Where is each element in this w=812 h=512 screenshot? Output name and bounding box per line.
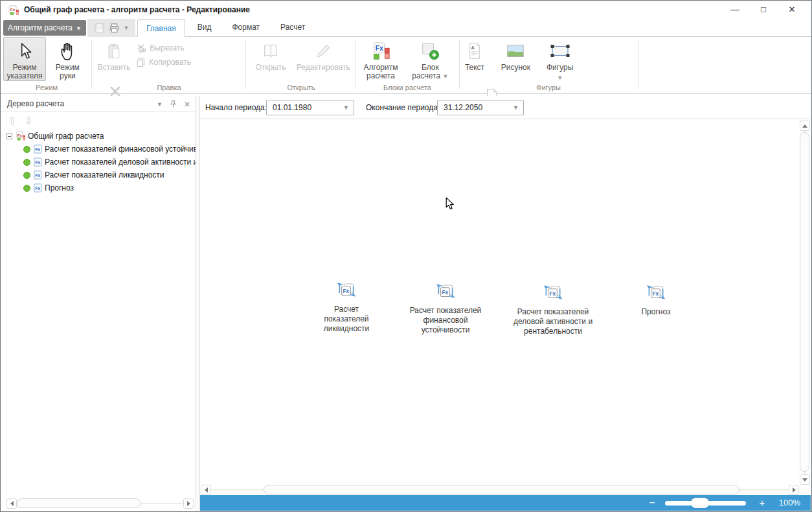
scroll-right-button[interactable]	[183, 498, 194, 509]
zoom-out-button[interactable]: −	[646, 495, 659, 511]
chevron-down-icon[interactable]: ▼	[442, 73, 448, 80]
chevron-down-icon[interactable]: ▼	[343, 100, 349, 115]
svg-text:Fx: Fx	[343, 288, 349, 294]
copy-button[interactable]: Копировать	[136, 56, 205, 67]
group-separator	[245, 40, 246, 89]
tab-home[interactable]: Главная	[137, 19, 185, 37]
panel-horizontal-scrollbar[interactable]	[6, 498, 194, 509]
zoom-slider-thumb[interactable]	[691, 498, 709, 508]
canvas-vertical-scrollbar[interactable]	[800, 121, 810, 485]
tab-format[interactable]: Формат	[223, 19, 268, 36]
picture-button[interactable]: Рисунок	[495, 37, 536, 77]
edit-button[interactable]: Редактировать	[294, 37, 352, 77]
node-label: Расчет показателей деловой активности и …	[508, 307, 598, 336]
scrollbar-thumb[interactable]	[264, 485, 739, 495]
algorithm-label: Алгоритм расчета	[357, 64, 404, 80]
status-dot-icon	[23, 146, 30, 153]
node-liquidity[interactable]: Fx Расчет показателей ликвидности	[314, 279, 379, 334]
node-label: Расчет показателей финансовой устойчивос…	[403, 306, 488, 335]
paste-label: Вставить	[98, 64, 131, 72]
text-button[interactable]: A Текст	[460, 37, 489, 77]
period-end-label: Окончание периода:	[366, 96, 440, 119]
algorithm-button[interactable]: Fx Алгоритм расчета	[357, 37, 405, 81]
tree-item[interactable]: Fx Расчет показателей ликвидности	[1, 169, 196, 181]
tree-item-label: Расчет показателей деловой активности и …	[45, 157, 196, 167]
scroll-left-button[interactable]	[6, 498, 17, 509]
canvas-horizontal-scrollbar[interactable]	[201, 485, 799, 495]
cut-button[interactable]: Вырезать	[136, 42, 205, 53]
panel-splitter[interactable]	[196, 96, 200, 511]
tree-item[interactable]: Fx Расчет показателей финансовой устойчи…	[1, 143, 196, 156]
svg-text:Fx: Fx	[652, 290, 659, 297]
panel-dropdown-icon[interactable]: ▼	[157, 101, 163, 108]
pointer-mode-button[interactable]: Режим указателя	[3, 37, 46, 81]
panel-close-icon[interactable]: ✕	[184, 100, 190, 109]
cut-label: Вырезать	[150, 43, 184, 52]
pin-icon[interactable]	[170, 100, 177, 108]
zoom-in-button[interactable]: +	[756, 495, 769, 511]
block-label: Блок расчета	[412, 63, 440, 80]
chevron-down-icon[interactable]: ▼	[513, 100, 519, 115]
scrollbar-thumb[interactable]	[17, 498, 141, 508]
group-separator	[459, 40, 460, 89]
scrollbar-thumb[interactable]	[800, 132, 809, 472]
algorithm-mini-icon: Fx	[16, 131, 26, 141]
node-business-activity[interactable]: Fx Расчет показателей деловой активности…	[508, 281, 598, 336]
period-start-value: 01.01.1980	[273, 103, 311, 112]
svg-text:A: A	[471, 45, 475, 51]
zoom-level: 100%	[779, 495, 800, 511]
tree-item[interactable]: Fx Прогноз	[1, 181, 196, 194]
calc-block-icon: Fx	[542, 281, 564, 303]
ribbon: Режим указателя Режим руки Режим Вставит…	[1, 37, 811, 94]
group-shapes: A Текст Рисунок	[460, 37, 637, 93]
hand-icon	[59, 40, 76, 62]
copy-icon	[136, 57, 146, 67]
close-button[interactable]: ✕	[778, 1, 806, 19]
period-start-label: Начало периода:	[205, 96, 267, 119]
period-start-field[interactable]: 01.01.1980 ▼	[266, 100, 354, 115]
period-end-field[interactable]: 31.12.2050 ▼	[437, 100, 524, 115]
panel-header: Дерево расчета ▼ ✕	[1, 96, 196, 112]
tree-item[interactable]: Fx Расчет показателей деловой активности…	[1, 156, 196, 169]
application-menu-button[interactable]: Алгоритм расчета▼	[3, 20, 86, 36]
scroll-up-button[interactable]	[800, 121, 810, 131]
move-up-button[interactable]: ⇧	[8, 116, 16, 126]
calculation-tree-panel: Дерево расчета ▼ ✕ ⇧ ⇩ Fx	[1, 96, 196, 511]
window-title: Общий граф расчета - алгоритм расчета - …	[24, 1, 250, 19]
picture-label: Рисунок	[501, 64, 530, 72]
algorithm-fx-icon: Fx	[371, 40, 390, 62]
minimize-button[interactable]: —	[721, 1, 749, 19]
group-open: Открыть Редактировать Открыть	[247, 37, 355, 93]
move-down-button[interactable]: ⇩	[24, 116, 32, 126]
node-financial-stability[interactable]: Fx Расчет показателей финансовой устойчи…	[403, 280, 488, 335]
save-icon[interactable]	[94, 23, 105, 34]
print-icon[interactable]	[109, 23, 120, 34]
ribbon-tab-row: Главная Вид Формат Расчет	[135, 19, 811, 37]
diagram-canvas[interactable]: Fx Расчет показателей ликвидности Fx Рас…	[200, 119, 799, 485]
open-button[interactable]: Открыть	[249, 37, 292, 77]
tab-view[interactable]: Вид	[189, 19, 220, 36]
collapse-icon[interactable]	[6, 134, 12, 139]
block-button[interactable]: Блок расчета ▼	[407, 37, 453, 82]
scroll-down-button[interactable]	[800, 474, 810, 485]
scroll-left-button[interactable]	[201, 485, 211, 495]
hand-mode-button[interactable]: Режим руки	[48, 37, 87, 81]
paste-button[interactable]: Вставить	[94, 37, 134, 77]
node-label: Расчет показателей ликвидности	[314, 305, 379, 334]
tab-calc[interactable]: Расчет	[272, 19, 313, 36]
tree-root-row[interactable]: Fx Общий граф расчета	[1, 130, 196, 143]
maximize-button[interactable]: □	[749, 1, 778, 19]
group-separator	[355, 40, 356, 89]
chevron-down-icon[interactable]: ▼	[557, 74, 563, 82]
calc-block-icon: Fx	[645, 281, 667, 303]
text-label: Текст	[465, 64, 484, 72]
period-end-value: 31.12.2050	[444, 103, 482, 112]
shapes-rectangle-icon	[549, 40, 571, 62]
node-forecast[interactable]: Fx Прогноз	[630, 281, 682, 317]
quick-access-dropdown-icon[interactable]: ▼	[124, 25, 130, 31]
shapes-button[interactable]: Фигуры ▼	[541, 37, 579, 83]
group-blocks: Fx Алгоритм расчета Блок расчета	[357, 37, 458, 93]
fx-block-mini-icon: Fx	[33, 170, 43, 180]
group-separator	[91, 40, 92, 89]
scroll-right-button[interactable]	[789, 485, 799, 495]
